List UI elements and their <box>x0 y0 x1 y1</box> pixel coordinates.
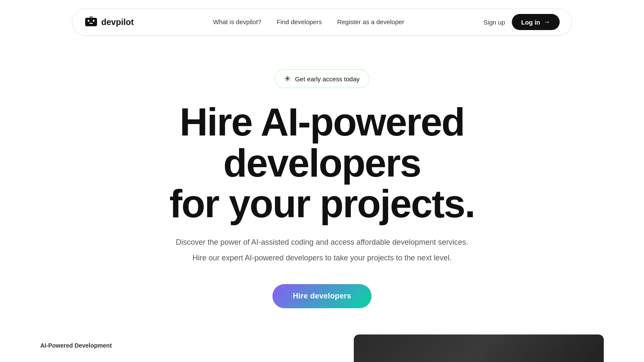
logo-link[interactable]: devpilot <box>84 15 134 29</box>
early-access-badge[interactable]: ✳ Get early access today <box>275 69 369 88</box>
login-label: Log in <box>521 19 540 26</box>
login-arrow-icon: → <box>544 18 550 26</box>
ai-powered-label: AI-Powered Development <box>40 342 112 349</box>
hero-title-line2: for your projects. <box>169 182 475 225</box>
logo-text: devpilot <box>101 17 134 27</box>
hero-image <box>354 334 604 362</box>
main-nav: devpilot What is devpilot? Find develope… <box>72 8 572 36</box>
nav-item-what-is-devpilot[interactable]: What is devpilot? <box>213 18 261 26</box>
hero-image-container <box>354 334 604 362</box>
svg-rect-1 <box>88 20 89 22</box>
badge-sparkle-icon: ✳ <box>284 74 291 83</box>
hero-subtitle-2: Hire our expert AI-powered developers to… <box>192 252 451 264</box>
nav-item-find-developers[interactable]: Find developers <box>277 18 322 26</box>
sign-up-link[interactable]: Sign up <box>483 19 505 26</box>
badge-label: Get early access today <box>295 75 360 83</box>
hero-title-line1: Hire AI-powered developers <box>180 100 464 185</box>
hire-developers-button[interactable]: Hire developers <box>272 284 372 308</box>
svg-rect-5 <box>92 16 92 18</box>
svg-rect-4 <box>90 16 91 18</box>
nav-links: What is devpilot? Find developers Regist… <box>213 18 404 26</box>
svg-rect-3 <box>89 23 93 24</box>
nav-item-register-developer[interactable]: Register as a developer <box>337 18 404 26</box>
devpilot-logo-icon <box>84 15 98 29</box>
svg-rect-2 <box>93 20 94 22</box>
nav-wrapper: devpilot What is devpilot? Find develope… <box>0 0 644 44</box>
hero-subtitle-1: Discover the power of AI-assisted coding… <box>176 236 468 249</box>
hero-title: Hire AI-powered developers for your proj… <box>136 102 508 224</box>
nav-link-find-developers[interactable]: Find developers <box>277 18 322 25</box>
nav-link-what-is-devpilot[interactable]: What is devpilot? <box>213 18 261 25</box>
nav-link-register-developer[interactable]: Register as a developer <box>337 18 404 25</box>
hero-section: ✳ Get early access today Hire AI-powered… <box>0 44 644 325</box>
nav-actions: Sign up Log in → <box>483 14 560 30</box>
svg-rect-0 <box>85 18 97 26</box>
login-button[interactable]: Log in → <box>512 14 560 30</box>
